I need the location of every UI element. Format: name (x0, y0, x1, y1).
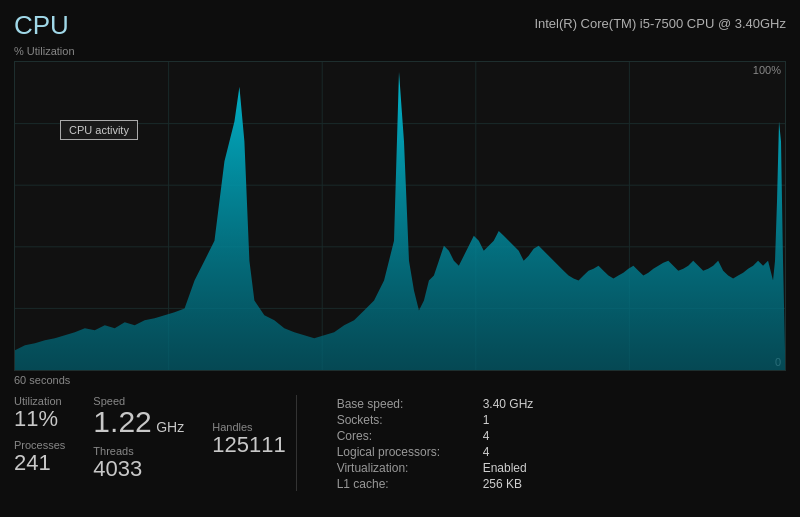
vertical-divider (296, 395, 297, 491)
l1cache-key: L1 cache: (337, 477, 477, 491)
virtualization-val: Enabled (483, 461, 786, 475)
handles-stat: Handles 125111 (212, 395, 285, 491)
stats-area: Utilization 11% Processes 241 Speed 1.22… (0, 389, 800, 491)
sockets-key: Sockets: (337, 413, 477, 427)
page-title: CPU (14, 10, 69, 41)
speed-value-group: 1.22 GHz (93, 407, 184, 437)
time-label-row: 60 seconds (0, 371, 800, 389)
processes-value: 241 (14, 451, 65, 475)
virtualization-key: Virtualization: (337, 461, 477, 475)
time-start-label: 60 seconds (14, 374, 70, 386)
handles-empty (212, 407, 285, 413)
speed-unit: GHz (156, 419, 184, 435)
cpu-name: Intel(R) Core(TM) i5-7500 CPU @ 3.40GHz (534, 10, 786, 31)
cores-val: 4 (483, 429, 786, 443)
cores-key: Cores: (337, 429, 477, 443)
svg-marker-8 (15, 72, 785, 370)
logical-val: 4 (483, 445, 786, 459)
handles-label-spacer (212, 395, 285, 407)
stats-right: Base speed: 3.40 GHz Sockets: 1 Cores: 4… (337, 395, 786, 491)
speed-stat: Speed 1.22 GHz Threads 4033 (93, 395, 184, 491)
cpu-chart: 100% 0 CPU activity (14, 61, 786, 371)
logical-key: Logical processors: (337, 445, 477, 459)
utilization-stat: Utilization 11% Processes 241 (14, 395, 65, 491)
utilization-value: 11% (14, 407, 65, 431)
stats-left: Utilization 11% Processes 241 Speed 1.22… (14, 395, 286, 491)
base-speed-val: 3.40 GHz (483, 397, 786, 411)
speed-value: 1.22 (93, 405, 151, 438)
sockets-val: 1 (483, 413, 786, 427)
handles-value: 125111 (212, 433, 285, 457)
l1cache-val: 256 KB (483, 477, 786, 491)
chart-svg (15, 62, 785, 370)
base-speed-key: Base speed: (337, 397, 477, 411)
header: CPU Intel(R) Core(TM) i5-7500 CPU @ 3.40… (0, 0, 800, 43)
threads-value: 4033 (93, 457, 184, 481)
utilization-axis-label: % Utilization (0, 43, 800, 57)
